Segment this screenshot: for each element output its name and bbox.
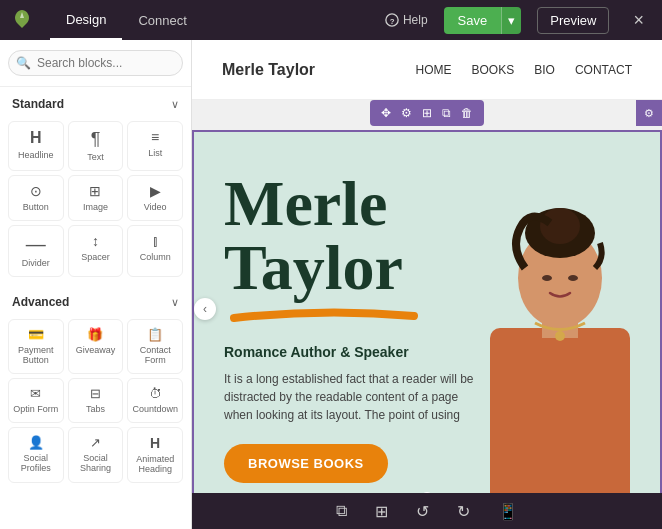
tabs-icon: ⊟ [90, 387, 101, 400]
block-countdown[interactable]: ⏱ Countdown [127, 378, 183, 423]
contact-form-icon: 📋 [147, 328, 163, 341]
block-contact-form-label: Contact Form [132, 345, 178, 365]
hero-section: Merle Taylor Romance Author & Speaker It… [192, 130, 662, 510]
block-video-label: Video [144, 202, 167, 212]
help-button[interactable]: ? Help [385, 13, 428, 27]
block-video[interactable]: ▶ Video [127, 175, 183, 221]
nav-books[interactable]: BOOKS [472, 63, 515, 77]
block-optin-form-label: Optin Form [13, 404, 58, 414]
main-layout: 🔍 Standard ∨ H Headline ¶ Text ≡ List ⊙ [0, 40, 662, 529]
layers-icon[interactable]: ⧉ [332, 498, 351, 524]
undo-icon[interactable]: ↺ [412, 498, 433, 525]
search-input[interactable] [8, 50, 183, 76]
canvas-left-arrow[interactable]: ‹ [194, 298, 216, 320]
block-image-label: Image [83, 202, 108, 212]
block-giveaway[interactable]: 🎁 Giveaway [68, 319, 124, 374]
block-spacer[interactable]: ↕ Spacer [68, 225, 124, 277]
standard-blocks-grid: H Headline ¶ Text ≡ List ⊙ Button ⊞ Imag… [0, 117, 191, 285]
hero-body-text: It is a long established fact that a rea… [224, 370, 484, 424]
svg-text:?: ? [390, 17, 395, 26]
move-icon[interactable]: ✥ [378, 104, 394, 122]
hero-title: Merle Taylor [224, 172, 630, 300]
delete-icon[interactable]: 🗑 [458, 104, 476, 122]
copy-icon[interactable]: ⧉ [439, 104, 454, 122]
video-icon: ▶ [150, 184, 161, 198]
hero-title-line1: Merle [224, 168, 387, 239]
hero-title-line2: Taylor [224, 232, 403, 303]
topbar-tabs: Design Connect [50, 0, 203, 40]
giveaway-icon: 🎁 [87, 328, 103, 341]
block-image[interactable]: ⊞ Image [68, 175, 124, 221]
nav-contact[interactable]: CONTACT [575, 63, 632, 77]
block-column-label: Column [140, 252, 171, 262]
block-spacer-label: Spacer [81, 252, 110, 262]
close-button[interactable]: × [625, 6, 652, 35]
block-tabs-label: Tabs [86, 404, 105, 414]
countdown-icon: ⏱ [149, 387, 162, 400]
block-text-label: Text [87, 152, 104, 162]
hero-underline-decoration [224, 304, 424, 324]
site-logo: Merle Taylor [222, 61, 315, 79]
list-icon: ≡ [151, 130, 159, 144]
block-text[interactable]: ¶ Text [68, 121, 124, 171]
block-social-profiles-label: Social Profiles [13, 453, 59, 473]
nav-bio[interactable]: BIO [534, 63, 555, 77]
settings-icon[interactable]: ⚙ [398, 104, 415, 122]
block-payment-button[interactable]: 💳 Payment Button [8, 319, 64, 374]
social-profiles-icon: 👤 [28, 436, 44, 449]
block-animated-heading-label: Animated Heading [132, 454, 178, 474]
site-nav: Merle Taylor HOME BOOKS BIO CONTACT [192, 40, 662, 100]
optin-form-icon: ✉ [30, 387, 41, 400]
redo-icon[interactable]: ↻ [453, 498, 474, 525]
sidebar: 🔍 Standard ∨ H Headline ¶ Text ≡ List ⊙ [0, 40, 192, 529]
headline-icon: H [30, 130, 42, 146]
help-label: Help [403, 13, 428, 27]
text-icon: ¶ [91, 130, 101, 148]
hero-section-settings-icon[interactable]: ⚙ [636, 100, 662, 126]
block-tabs[interactable]: ⊟ Tabs [68, 378, 124, 423]
preview-button[interactable]: Preview [537, 7, 609, 34]
hero-subtitle: Romance Author & Speaker [224, 344, 630, 360]
block-optin-form[interactable]: ✉ Optin Form [8, 378, 64, 423]
block-button-label: Button [23, 202, 49, 212]
social-sharing-icon: ↗ [90, 436, 101, 449]
bottom-toolbar: ⧉ ⊞ ↺ ↻ 📱 [192, 493, 662, 529]
button-icon: ⊙ [30, 184, 42, 198]
block-divider[interactable]: — Divider [8, 225, 64, 277]
block-social-sharing[interactable]: ↗ Social Sharing [68, 427, 124, 483]
advanced-section-title: Advanced [12, 295, 69, 309]
search-icon: 🔍 [16, 56, 31, 70]
block-button[interactable]: ⊙ Button [8, 175, 64, 221]
standard-section-title: Standard [12, 97, 64, 111]
advanced-section-header: Advanced ∨ [0, 285, 191, 315]
block-countdown-label: Countdown [132, 404, 178, 414]
app-logo [10, 8, 34, 32]
block-headline[interactable]: H Headline [8, 121, 64, 171]
block-giveaway-label: Giveaway [76, 345, 116, 355]
save-group: Save ▾ [444, 7, 522, 34]
standard-section-header: Standard ∨ [0, 87, 191, 117]
nav-home[interactable]: HOME [416, 63, 452, 77]
block-column[interactable]: ⫿ Column [127, 225, 183, 277]
block-animated-heading[interactable]: H Animated Heading [127, 427, 183, 483]
block-list[interactable]: ≡ List [127, 121, 183, 171]
block-headline-label: Headline [18, 150, 54, 160]
column-icon: ⫿ [152, 234, 159, 248]
block-divider-label: Divider [22, 258, 50, 268]
website-preview: Merle Taylor HOME BOOKS BIO CONTACT ✥ ⚙ … [192, 40, 662, 529]
block-social-profiles[interactable]: 👤 Social Profiles [8, 427, 64, 483]
mobile-preview-icon[interactable]: 📱 [494, 498, 522, 525]
blocks-icon[interactable]: ⊞ [371, 498, 392, 525]
browse-books-button[interactable]: BROWSE BOOKS [224, 444, 388, 483]
image-icon: ⊞ [89, 184, 101, 198]
save-dropdown-button[interactable]: ▾ [501, 7, 521, 34]
tab-design[interactable]: Design [50, 0, 122, 40]
standard-chevron-icon[interactable]: ∨ [171, 98, 179, 111]
topbar: Design Connect ? Help Save ▾ Preview × [0, 0, 662, 40]
block-payment-label: Payment Button [13, 345, 59, 365]
save-button[interactable]: Save [444, 7, 502, 34]
grid-icon[interactable]: ⊞ [419, 104, 435, 122]
tab-connect[interactable]: Connect [122, 0, 202, 40]
block-contact-form[interactable]: 📋 Contact Form [127, 319, 183, 374]
advanced-chevron-icon[interactable]: ∨ [171, 296, 179, 309]
